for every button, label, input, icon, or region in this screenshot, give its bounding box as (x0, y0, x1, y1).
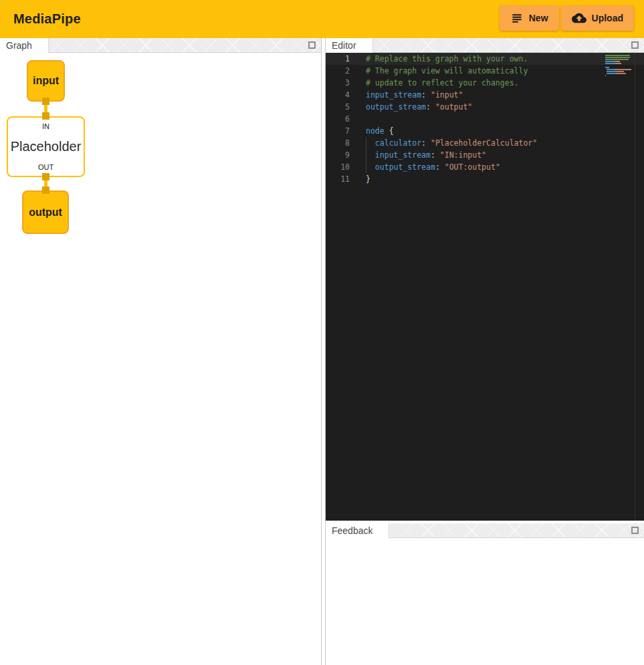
minimap-line (605, 59, 633, 60)
minimap-line (605, 75, 633, 76)
indent-guide (366, 149, 366, 161)
line-number: 4 (326, 89, 350, 101)
line-number: 6 (326, 113, 350, 125)
header-buttons: New Upload (500, 5, 634, 31)
code-line[interactable]: 8 calculator: "PlaceholderCalculator" (326, 137, 644, 149)
placeholder-in-label: IN (42, 122, 49, 130)
code-line[interactable]: 6 (326, 113, 644, 125)
placeholder-out-label: OUT (38, 163, 53, 171)
line-number: 3 (326, 77, 350, 89)
maximize-icon[interactable] (631, 527, 639, 534)
new-button-label: New (529, 13, 548, 23)
code-text: # update to reflect your changes. (366, 77, 518, 89)
line-number: 8 (326, 137, 350, 149)
minimap-line (605, 55, 633, 56)
code-line[interactable]: 3# update to reflect your changes. (326, 77, 644, 89)
graph-tabstrip: Graph (0, 38, 321, 53)
feedback-tabstrip: Feedback (326, 523, 644, 538)
graph-node-input-label: input (33, 75, 59, 87)
graph-port[interactable] (42, 98, 49, 105)
line-number: 2 (326, 65, 350, 77)
graph-node-placeholder[interactable]: IN Placeholder OUT (7, 116, 85, 177)
tab-feedback[interactable]: Feedback (326, 523, 389, 538)
app-title: MediaPipe (13, 11, 81, 27)
code-text: } (366, 173, 370, 185)
tab-graph[interactable]: Graph (0, 38, 49, 53)
new-button[interactable]: New (500, 5, 559, 31)
subject-lines-icon (510, 11, 524, 25)
code-line[interactable]: 5output_stream: "output" (326, 101, 644, 113)
tab-graph-label: Graph (6, 40, 32, 51)
graph-panel: Graph input IN Placeholder OUT output (0, 38, 322, 665)
upload-button[interactable]: Upload (561, 5, 634, 31)
code-text: output_stream: "OUT:output" (366, 161, 500, 173)
code-text: calculator: "PlaceholderCalculator" (366, 137, 537, 149)
mediapipe-visualizer: MediaPipe New Upload Graph (0, 0, 644, 665)
graph-canvas[interactable]: input IN Placeholder OUT output (0, 53, 321, 665)
graph-port[interactable] (42, 186, 49, 194)
indent-guide (366, 137, 366, 149)
code-line[interactable]: 1# Replace this graph with your own. (326, 53, 644, 65)
minimap-line (605, 65, 633, 66)
graph-node-output[interactable]: output (22, 190, 69, 234)
editor-scrollbar[interactable] (635, 53, 635, 521)
line-number: 1 (326, 53, 350, 65)
minimap-line (605, 57, 633, 58)
code-line[interactable]: 11} (326, 173, 644, 185)
graph-port[interactable] (42, 112, 49, 120)
graph-node-input[interactable]: input (27, 60, 65, 102)
minimap-line (605, 69, 633, 70)
graph-port[interactable] (42, 173, 49, 180)
code-line[interactable]: 2# The graph view will automatically (326, 65, 644, 77)
code-editor[interactable]: 1# Replace this graph with your own.2# T… (326, 53, 644, 521)
maximize-icon[interactable] (308, 41, 316, 49)
tab-editor[interactable]: Editor (326, 38, 373, 53)
code-text: node { (366, 125, 394, 137)
line-number: 10 (326, 161, 350, 173)
graph-node-output-label: output (29, 207, 62, 219)
placeholder-title: Placeholder (11, 139, 82, 154)
tab-editor-label: Editor (332, 40, 356, 51)
line-number: 11 (326, 173, 350, 185)
code-text: # Replace this graph with your own. (366, 53, 528, 65)
right-column: Editor 1# Replace this graph with your o… (325, 38, 644, 665)
cloud-upload-icon (572, 11, 586, 25)
code-lines: 1# Replace this graph with your own.2# T… (326, 53, 644, 185)
minimap-line (605, 63, 633, 64)
code-line[interactable]: 4input_stream: "input" (326, 89, 644, 101)
indent-guide (366, 161, 366, 173)
code-line[interactable]: 10 output_stream: "OUT:output" (326, 161, 644, 173)
editor-tabstrip: Editor (326, 38, 644, 53)
maximize-icon[interactable] (631, 41, 639, 49)
code-text: input_stream: "input" (366, 89, 463, 101)
minimap-line (605, 73, 633, 74)
code-text: # The graph view will automatically (366, 65, 528, 77)
code-text: input_stream: "IN:input" (366, 149, 486, 161)
minimap-line (605, 71, 633, 72)
line-number: 9 (326, 149, 350, 161)
code-line[interactable]: 7node { (326, 125, 644, 137)
minimap-line (605, 61, 633, 62)
code-line[interactable]: 9 input_stream: "IN:input" (326, 149, 644, 161)
feedback-panel: Feedback (326, 523, 644, 665)
line-number: 5 (326, 101, 350, 113)
upload-button-label: Upload (592, 13, 623, 23)
minimap[interactable] (605, 55, 633, 77)
tab-feedback-label: Feedback (332, 525, 372, 536)
editor-panel: Editor 1# Replace this graph with your o… (326, 38, 644, 521)
line-number: 7 (326, 125, 350, 137)
feedback-content (326, 538, 644, 665)
app-header: MediaPipe New Upload (0, 0, 644, 38)
code-text: output_stream: "output" (366, 101, 472, 113)
minimap-line (605, 67, 633, 68)
